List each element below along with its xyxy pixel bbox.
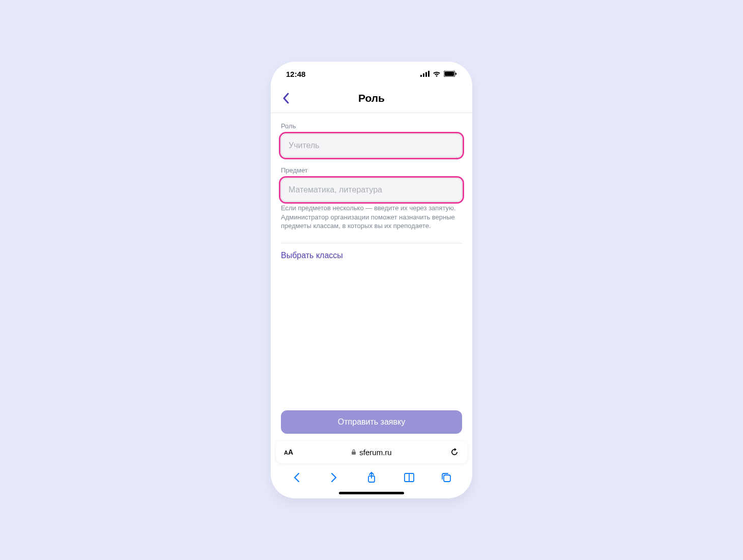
reload-button[interactable] [450, 447, 459, 457]
svg-rect-2 [425, 72, 427, 77]
browser-back-button[interactable] [290, 471, 303, 484]
battery-icon [444, 71, 457, 77]
svg-rect-0 [420, 75, 422, 77]
svg-rect-6 [455, 73, 456, 75]
tabs-button[interactable] [440, 471, 453, 484]
subject-input[interactable] [281, 178, 462, 202]
content-area: Роль Предмет Если предметов несколько — … [271, 113, 472, 441]
lock-icon [351, 449, 356, 455]
phone-frame: 12:48 Роль Роль Предмет [271, 62, 472, 498]
status-time: 12:48 [286, 70, 305, 78]
subject-label: Предмет [281, 166, 462, 174]
browser-address-bar[interactable]: AA sferum.ru [276, 441, 467, 463]
text-size-button[interactable]: AA [284, 448, 293, 456]
svg-rect-3 [428, 71, 430, 77]
svg-rect-11 [444, 475, 450, 482]
role-input-wrap [281, 134, 462, 157]
page-title: Роль [271, 92, 472, 104]
wifi-icon [433, 71, 441, 77]
cellular-icon [420, 71, 430, 77]
back-button[interactable] [279, 91, 293, 105]
svg-rect-5 [445, 72, 454, 76]
submit-button[interactable]: Отправить заявку [281, 410, 462, 434]
role-label: Роль [281, 122, 462, 130]
url-display[interactable]: sferum.ru [351, 448, 391, 457]
svg-rect-7 [352, 452, 356, 455]
home-indicator [339, 492, 404, 494]
browser-toolbar [271, 465, 472, 490]
svg-rect-1 [423, 73, 424, 77]
browser-forward-button[interactable] [327, 471, 340, 484]
subject-hint: Если предметов несколько — введите их че… [281, 204, 462, 231]
subject-input-wrap [281, 178, 462, 202]
status-bar: 12:48 [271, 62, 472, 86]
bookmarks-button[interactable] [403, 471, 416, 484]
status-icons [420, 71, 457, 77]
separator [281, 243, 462, 243]
role-input[interactable] [281, 134, 462, 157]
nav-header: Роль [271, 86, 472, 113]
choose-classes-link[interactable]: Выбрать классы [281, 251, 462, 260]
url-text: sferum.ru [359, 448, 391, 457]
share-button[interactable] [365, 471, 378, 484]
